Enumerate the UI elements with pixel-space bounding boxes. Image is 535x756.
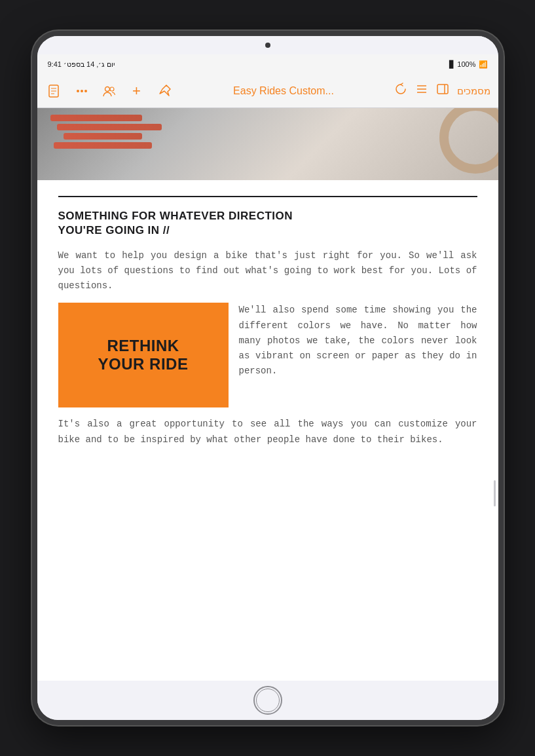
toolbar: + Easy Rides Custom...: [37, 74, 498, 108]
hero-image: [37, 108, 498, 180]
scrollbar-track: [493, 180, 496, 681]
section-divider: [58, 196, 477, 197]
date-time: יום ג׳, 14 בספט׳ 9:41: [48, 60, 115, 69]
docs-label[interactable]: מסמכים: [457, 85, 490, 97]
section-title: SOMETHING FOR WHATEVER DIRECTION YOU'RE …: [58, 209, 477, 238]
svg-point-6: [84, 90, 87, 92]
home-button-inner: [256, 689, 280, 712]
toolbar-right: מסמכים: [394, 83, 490, 99]
home-button[interactable]: [253, 686, 282, 715]
document-body: SOMETHING FOR WHATEVER DIRECTION YOU'RE …: [37, 180, 498, 681]
wifi-icon: 📶: [479, 60, 488, 69]
svg-point-8: [110, 87, 114, 91]
scrollbar-thumb[interactable]: [494, 480, 496, 506]
battery-icon: ▊: [449, 60, 454, 69]
status-left: ▊ 100% 📶: [449, 60, 487, 69]
svg-point-7: [105, 86, 109, 91]
pin-icon[interactable]: [155, 82, 174, 100]
refresh-icon[interactable]: [394, 83, 407, 99]
device-top-bar: [37, 36, 498, 54]
camera-dot: [265, 43, 270, 48]
battery-percentage: 100%: [457, 60, 475, 68]
orange-box-text: RETHINK YOUR RIDE: [98, 337, 189, 375]
paragraph2: We'll also spend some time showing you t…: [239, 303, 477, 407]
document-title: Easy Rides Custom...: [183, 85, 385, 97]
sidebar-icon[interactable]: [436, 83, 449, 99]
svg-rect-12: [437, 85, 448, 94]
device-frame: ▊ 100% 📶 יום ג׳, 14 בספט׳ 9:41: [32, 31, 504, 725]
paragraph1: We want to help you design a bike that's…: [58, 248, 477, 293]
content-area: SOMETHING FOR WHATEVER DIRECTION YOU'RE …: [37, 108, 498, 681]
more-icon[interactable]: [73, 82, 91, 100]
add-icon[interactable]: +: [128, 82, 146, 100]
document-icon[interactable]: [45, 82, 64, 100]
status-bar: ▊ 100% 📶 יום ג׳, 14 בספט׳ 9:41: [37, 54, 498, 74]
hero-overlay: [37, 108, 498, 180]
collab-icon[interactable]: [100, 82, 119, 100]
svg-point-4: [77, 90, 79, 92]
svg-point-5: [81, 90, 83, 92]
float-area: RETHINK YOUR RIDE We'll also spend some …: [58, 303, 477, 407]
wheel-decoration: [439, 108, 498, 174]
device-bottom: [37, 681, 498, 720]
list-icon[interactable]: [415, 83, 428, 99]
paragraph3: It's also a great opportunity to see all…: [58, 417, 477, 447]
orange-box: RETHINK YOUR RIDE: [58, 303, 229, 407]
